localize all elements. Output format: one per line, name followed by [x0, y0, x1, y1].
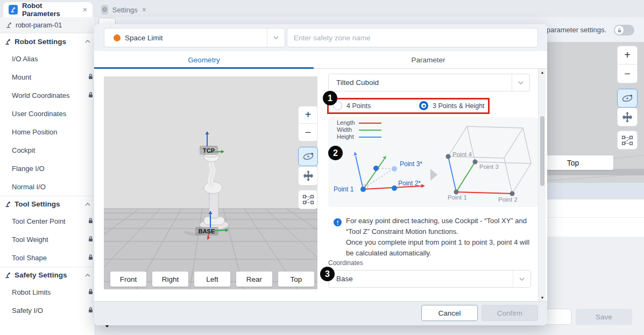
profile-row[interactable]: robot-param-01 — [0, 17, 95, 33]
sidebar-section-tool-settings[interactable]: Tool Settings — [0, 196, 95, 212]
scrollbar-thumb[interactable] — [540, 116, 544, 186]
annotation-2-badge: 2 — [328, 146, 343, 160]
robot-3d-viewer[interactable]: TCP BASE Front Right Left Rear Top — [104, 76, 317, 289]
item-label: Flange I/O — [12, 165, 45, 173]
tab-geometry[interactable]: Geometry — [94, 51, 314, 69]
sidebar-item-user-coordinates[interactable]: User Coordinates — [0, 104, 95, 123]
close-icon[interactable]: × — [142, 6, 146, 13]
sidebar-item-io-alias[interactable]: I/O Alias — [0, 49, 95, 68]
measure-distance-icon[interactable] — [617, 131, 638, 149]
confirm-button[interactable]: Confirm — [482, 305, 538, 321]
item-label: Tool Shape — [12, 254, 47, 262]
view-right-button[interactable]: Right — [152, 272, 188, 287]
lock-toggle[interactable] — [614, 25, 634, 35]
tab-label: Settings — [112, 6, 138, 14]
section-label: Robot Settings — [15, 38, 66, 46]
sidebar-section-safety-settings[interactable]: Safety Settings — [0, 267, 95, 283]
background-viewer-controls: + − — [617, 46, 638, 149]
info-line-1: For easy point direct teaching, use Cock… — [346, 216, 539, 237]
robot-icon — [4, 38, 11, 45]
sidebar-item-robot-limits[interactable]: Robot Limits — [0, 283, 95, 301]
lock-icon — [88, 254, 94, 262]
scroll-down-icon[interactable]: ▼ — [539, 296, 546, 300]
pan-view-icon[interactable] — [298, 166, 318, 186]
radio-4-points[interactable]: 4 Points — [333, 101, 371, 110]
chevron-up-icon — [85, 274, 90, 277]
robot-3d-scene: TCP BASE — [104, 76, 317, 289]
measure-distance-icon[interactable] — [298, 190, 318, 209]
point-mode-highlight-box: 4 Points 3 Points & Height — [327, 98, 490, 114]
zone-type-select[interactable]: Space Limit — [104, 28, 285, 47]
item-label: Cockpit — [12, 146, 35, 154]
point-3-label: Point 3* — [400, 160, 422, 168]
lock-icon — [88, 73, 94, 82]
point-1-label: Point 1 — [334, 186, 353, 193]
item-label: Home Position — [12, 128, 58, 136]
close-icon[interactable]: × — [83, 6, 87, 13]
view-top-button[interactable]: Top — [278, 272, 314, 287]
sidebar-item-tool-weight[interactable]: Tool Weight — [0, 230, 95, 248]
unlock-icon — [615, 26, 624, 34]
lock-icon — [88, 91, 94, 100]
cuboid-point-1-label: Point 1 — [448, 194, 467, 201]
pan-view-icon[interactable] — [617, 108, 638, 126]
sidebar-item-safety-io[interactable]: Safety I/O — [0, 301, 95, 319]
zone-color-dot — [114, 34, 121, 41]
active-tab-underline — [94, 67, 314, 69]
radio-label: 4 Points — [346, 102, 371, 110]
sidebar-item-tool-shape[interactable]: Tool Shape — [0, 248, 95, 267]
sidebar-item-normal-io[interactable]: Normal I/O — [0, 177, 95, 196]
view-left-button[interactable]: Left — [194, 272, 230, 287]
save-button[interactable]: Save — [576, 309, 632, 325]
item-label: Tool Center Point — [12, 217, 66, 225]
viewer-controls: + − — [298, 106, 318, 209]
lock-icon — [88, 217, 94, 226]
annotation-1-badge: 1 — [323, 91, 337, 105]
robot-icon — [4, 201, 11, 208]
rotate-view-icon[interactable] — [298, 147, 318, 166]
zoom-in-button[interactable]: + — [298, 106, 318, 124]
lock-icon — [88, 236, 94, 244]
item-label: Robot Limits — [12, 288, 51, 296]
radio-3-points-height[interactable]: 3 Points & Height — [419, 101, 485, 110]
rotate-view-icon[interactable] — [617, 89, 638, 108]
zone-name-input[interactable] — [287, 28, 538, 47]
shape-type-select[interactable]: Tilted Cuboid — [328, 74, 530, 91]
coordinates-select[interactable]: Base — [328, 270, 531, 288]
modal-scrollbar[interactable]: ▲ ▼ — [538, 69, 546, 301]
zoom-out-button[interactable]: − — [617, 65, 638, 83]
sidebar-section-robot-settings[interactable]: Robot Settings — [0, 33, 95, 49]
tab-parameter[interactable]: Parameter — [319, 51, 538, 69]
sidebar-item-world-coordinates[interactable]: World Coordinates — [0, 86, 95, 104]
item-label: World Coordinates — [12, 91, 69, 99]
chevron-down-icon — [512, 74, 529, 91]
window-tab-bar: Robot Parameters × ⚙ Settings × — [0, 0, 644, 17]
radio-on-icon[interactable] — [419, 101, 428, 110]
sidebar-item-mount[interactable]: Mount — [0, 68, 95, 86]
profile-name: robot-param-01 — [16, 22, 62, 29]
zoom-out-button[interactable]: − — [298, 124, 318, 141]
robot-icon — [4, 272, 11, 279]
sidebar-item-home-position[interactable]: Home Position — [0, 123, 95, 141]
sidebar-item-flange-io[interactable]: Flange I/O — [0, 159, 95, 177]
view-front-button[interactable]: Front — [110, 272, 146, 287]
teaching-diagram-panel: Length Width Height — [328, 117, 538, 207]
shape-type-value: Tilted Cuboid — [336, 79, 379, 87]
cancel-button[interactable]: Cancel — [421, 305, 478, 321]
sidebar-item-cockpit[interactable]: Cockpit — [0, 141, 95, 159]
sidebar-item-tool-center-point[interactable]: Tool Center Point — [0, 212, 95, 230]
modal-footer: Cancel Confirm — [94, 301, 547, 325]
chevron-down-icon — [267, 28, 285, 47]
tab-robot-parameters[interactable]: Robot Parameters × — [3, 2, 93, 17]
zoom-in-button[interactable]: + — [617, 46, 638, 65]
view-rear-button[interactable]: Rear — [236, 272, 272, 287]
gear-icon: ⚙ — [101, 5, 108, 15]
lock-icon — [88, 307, 94, 315]
item-label: User Coordinates — [12, 110, 66, 118]
item-label: Mount — [12, 73, 31, 81]
scroll-up-icon[interactable]: ▲ — [539, 70, 546, 74]
tab-settings[interactable]: ⚙ Settings × — [96, 2, 152, 17]
safety-zone-modal: Space Limit Geometry Parameter — [94, 24, 547, 325]
radio-label: 3 Points & Height — [433, 102, 485, 110]
zone-type-value: Space Limit — [125, 34, 163, 42]
